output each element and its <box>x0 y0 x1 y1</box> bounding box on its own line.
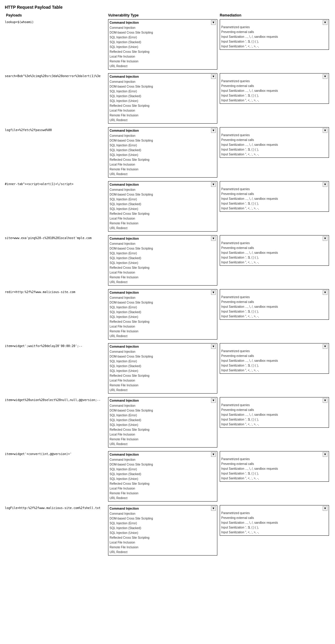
remediation-option[interactable]: Preventing external calls <box>221 516 327 520</box>
remediation-cell[interactable]: ▼Parametrized queriesPreventing external… <box>220 451 329 482</box>
remediation-option[interactable]: Input Sanitization ..., \, /, sandbox re… <box>221 142 327 147</box>
vulnerability-option[interactable]: SQL Injection (Error) <box>110 197 216 202</box>
vulnerability-option[interactable]: SQL Injection (Error) <box>110 35 216 40</box>
vulnerability-option[interactable]: Remote File Inclusion <box>110 545 216 550</box>
remediation-dropdown-arrow[interactable]: ▼ <box>323 128 327 133</box>
vulnerability-cell[interactable]: ▼Command InjectionCommand InjectionDOM-b… <box>108 73 217 124</box>
remediation-option[interactable]: Parametrized queries <box>221 187 327 192</box>
vulnerability-option[interactable]: URL Redirect <box>110 280 216 285</box>
remediation-dropdown-arrow[interactable]: ▼ <box>323 344 327 349</box>
vulnerability-option[interactable]: SQL Injection (Union) <box>110 207 216 211</box>
remediation-option[interactable]: Input Sanitization '; :$, { } ( ), <box>221 525 327 530</box>
vulnerability-option[interactable]: SQL Injection (Error) <box>110 359 216 364</box>
vulnerability-option[interactable]: Local File Inclusion <box>110 432 216 437</box>
remediation-dropdown-arrow[interactable]: ▼ <box>323 506 327 511</box>
vulnerability-option[interactable]: Remote File Inclusion <box>110 59 216 64</box>
vulnerability-option[interactable]: DOM-based Cross Site Scripting <box>110 192 216 197</box>
vulnerability-option[interactable]: Remote File Inclusion <box>110 437 216 442</box>
vulnerability-option[interactable]: SQL Injection (Stacked) <box>110 202 216 207</box>
vulnerability-option[interactable]: SQL Injection (Union) <box>110 423 216 427</box>
remediation-option[interactable]: Input Sanitization ", <, :, >, -, <box>221 44 327 49</box>
remediation-option[interactable]: Parametrized queries <box>221 241 327 246</box>
vulnerability-dropdown-arrow[interactable]: ▼ <box>211 344 216 349</box>
vulnerability-option[interactable]: SQL Injection (Union) <box>110 531 216 535</box>
remediation-option[interactable]: Parametrized queries <box>221 511 327 516</box>
vulnerability-option[interactable]: Local File Inclusion <box>110 324 216 329</box>
vulnerability-option[interactable]: Command Injection <box>110 79 216 84</box>
vulnerability-option[interactable]: Command Injection <box>110 349 216 354</box>
remediation-cell[interactable]: ▼Parametrized queriesPreventing external… <box>220 343 329 374</box>
remediation-option[interactable]: Input Sanitization ", <, :, >, -, <box>221 98 327 103</box>
remediation-dropdown-arrow[interactable]: ▼ <box>323 290 327 295</box>
remediation-option[interactable]: Parametrized queries <box>221 403 327 408</box>
vulnerability-option[interactable]: SQL Injection (Error) <box>110 305 216 310</box>
vulnerability-option[interactable]: Reflected Cross Site Scripting <box>110 373 216 378</box>
remediation-cell[interactable]: ▼Parametrized queriesPreventing external… <box>220 397 329 428</box>
remediation-option[interactable]: Preventing external calls <box>221 462 327 466</box>
remediation-option[interactable]: Input Sanitization ", <, :, >, -, <box>221 476 327 481</box>
vulnerability-dropdown-arrow[interactable]: ▼ <box>211 290 216 295</box>
remediation-option[interactable]: Input Sanitization ..., \, /, sandbox re… <box>221 466 327 471</box>
vulnerability-option[interactable]: Command Injection <box>110 133 216 138</box>
remediation-option[interactable]: Parametrized queries <box>221 457 327 462</box>
remediation-option[interactable]: Input Sanitization ..., \, /, sandbox re… <box>221 88 327 93</box>
vulnerability-option[interactable]: SQL Injection (Error) <box>110 251 216 256</box>
remediation-option[interactable]: Input Sanitization ..., \, /, sandbox re… <box>221 412 327 417</box>
vulnerability-cell[interactable]: ▼Command InjectionCommand InjectionDOM-b… <box>108 397 217 448</box>
remediation-option[interactable]: Input Sanitization ..., \, /, sandbox re… <box>221 196 327 201</box>
vulnerability-option[interactable]: SQL Injection (Stacked) <box>110 472 216 477</box>
remediation-option[interactable]: Input Sanitization ", <, :, >, -, <box>221 314 327 319</box>
vulnerability-cell[interactable]: ▼Command InjectionCommand InjectionDOM-b… <box>108 343 217 394</box>
vulnerability-option[interactable]: Local File Inclusion <box>110 54 216 59</box>
vulnerability-option[interactable]: URL Redirect <box>110 226 216 231</box>
vulnerability-option[interactable]: SQL Injection (Error) <box>110 521 216 526</box>
vulnerability-option[interactable]: Local File Inclusion <box>110 162 216 167</box>
vulnerability-option[interactable]: DOM-based Cross Site Scripting <box>110 462 216 467</box>
remediation-option[interactable]: Input Sanitization ", <, :, >, -, <box>221 368 327 373</box>
vulnerability-option[interactable]: URL Redirect <box>110 172 216 177</box>
vulnerability-option[interactable]: SQL Injection (Stacked) <box>110 310 216 315</box>
vulnerability-option[interactable]: SQL Injection (Error) <box>110 413 216 418</box>
vulnerability-option[interactable]: Remote File Inclusion <box>110 113 216 118</box>
vulnerability-option[interactable]: SQL Injection (Stacked) <box>110 526 216 531</box>
vulnerability-cell[interactable]: ▼Command InjectionCommand InjectionDOM-b… <box>108 451 217 502</box>
remediation-option[interactable]: Preventing external calls <box>221 354 327 358</box>
vulnerability-option[interactable]: Local File Inclusion <box>110 486 216 491</box>
remediation-option[interactable]: Preventing external calls <box>221 246 327 250</box>
vulnerability-option[interactable]: Reflected Cross Site Scripting <box>110 265 216 270</box>
vulnerability-option[interactable]: Remote File Inclusion <box>110 383 216 388</box>
vulnerability-option[interactable]: Reflected Cross Site Scripting <box>110 49 216 54</box>
remediation-dropdown-arrow[interactable]: ▼ <box>323 236 327 241</box>
remediation-cell[interactable]: ▼Parametrized queriesPreventing external… <box>220 181 329 212</box>
vulnerability-option[interactable]: Remote File Inclusion <box>110 167 216 172</box>
remediation-option[interactable]: Parametrized queries <box>221 79 327 84</box>
vulnerability-dropdown-arrow[interactable]: ▼ <box>211 182 216 187</box>
remediation-cell[interactable]: ▼Parametrized queriesPreventing external… <box>220 19 329 50</box>
vulnerability-option[interactable]: Local File Inclusion <box>110 540 216 545</box>
vulnerability-option[interactable]: SQL Injection (Union) <box>110 153 216 157</box>
remediation-option[interactable]: Input Sanitization ..., \, /, sandbox re… <box>221 34 327 39</box>
vulnerability-option[interactable]: Command Injection <box>110 295 216 300</box>
remediation-option[interactable]: Input Sanitization '; :$, { } ( ), <box>221 39 327 44</box>
vulnerability-option[interactable]: URL Redirect <box>110 550 216 555</box>
remediation-option[interactable]: Input Sanitization ..., \, /, sandbox re… <box>221 358 327 363</box>
vulnerability-cell[interactable]: ▼Command InjectionCommand InjectionDOM-b… <box>108 127 217 178</box>
vulnerability-option[interactable]: URL Redirect <box>110 388 216 393</box>
vulnerability-option[interactable]: DOM-based Cross Site Scripting <box>110 516 216 521</box>
remediation-option[interactable]: Input Sanitization '; :$, { } ( ), <box>221 417 327 422</box>
vulnerability-dropdown-arrow[interactable]: ▼ <box>211 398 216 403</box>
vulnerability-option[interactable]: Local File Inclusion <box>110 378 216 383</box>
remediation-option[interactable]: Input Sanitization '; :$, { } ( ), <box>221 255 327 260</box>
remediation-cell[interactable]: ▼Parametrized queriesPreventing external… <box>220 127 329 158</box>
remediation-option[interactable]: Input Sanitization ..., \, /, sandbox re… <box>221 520 327 525</box>
remediation-option[interactable]: Parametrized queries <box>221 133 327 138</box>
remediation-dropdown-arrow[interactable]: ▼ <box>323 182 327 187</box>
remediation-cell[interactable]: ▼Parametrized queriesPreventing external… <box>220 235 329 266</box>
vulnerability-cell[interactable]: ▼Command InjectionCommand InjectionDOM-b… <box>108 235 217 286</box>
vulnerability-option[interactable]: DOM-based Cross Site Scripting <box>110 354 216 359</box>
vulnerability-dropdown-arrow[interactable]: ▼ <box>211 506 216 511</box>
remediation-dropdown-arrow[interactable]: ▼ <box>323 398 327 403</box>
vulnerability-option[interactable]: Command Injection <box>110 511 216 516</box>
remediation-option[interactable]: Input Sanitization ", <, :, >, -, <box>221 422 327 427</box>
vulnerability-option[interactable]: Local File Inclusion <box>110 108 216 113</box>
